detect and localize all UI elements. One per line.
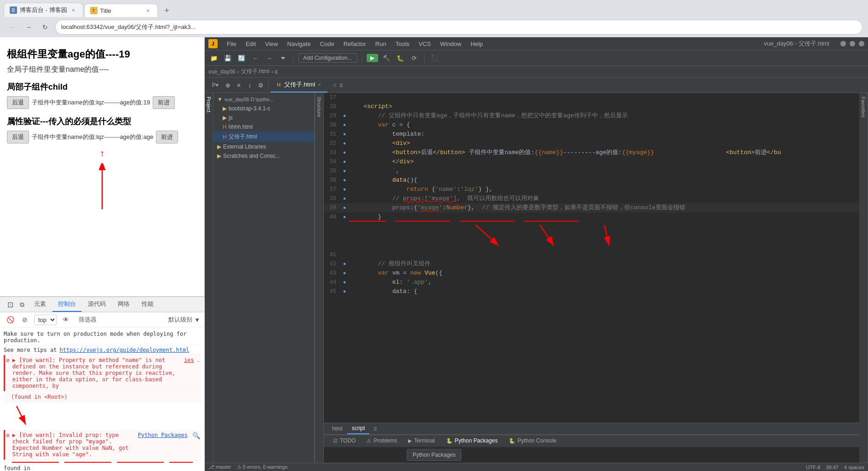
minimize-btn[interactable] xyxy=(840,41,846,46)
ide-tab-fuchuan-close[interactable]: × xyxy=(318,82,321,87)
ide-bottom-tab-python-console[interactable]: 🐍 Python Console xyxy=(503,435,562,447)
statusbar-encoding[interactable]: UTF-8 xyxy=(806,465,820,470)
reload-button[interactable]: ↻ xyxy=(39,21,52,34)
ide-debug-btn[interactable]: 🐛 xyxy=(395,52,406,63)
breadcrumb-project[interactable]: vue_day06 xyxy=(208,69,236,75)
url-bar[interactable]: localhost:63342/vue_day06/父传子.html?_ijt=… xyxy=(55,20,862,34)
devtools-filter[interactable]: 筛选器 xyxy=(79,316,97,324)
devtools-eye-btn[interactable]: 👁 xyxy=(60,314,71,325)
console-link-vuejs[interactable]: https://vuejs.org/guide/deployment.html xyxy=(60,347,190,353)
code-tab-c[interactable]: c xyxy=(369,424,381,434)
ide-menu-navigate[interactable]: Navigate xyxy=(285,40,312,48)
sidebar-scratches[interactable]: ▶ Scratches and Consc... xyxy=(213,151,314,161)
sidebar-project-root[interactable]: ▼ vue_day06 D:\pytho... xyxy=(213,95,314,104)
favorites-vertical-label[interactable]: Favorites xyxy=(859,93,868,463)
tab-close-blogpark[interactable]: × xyxy=(70,6,77,14)
ide-menu-code[interactable]: Code xyxy=(318,40,336,48)
tab-blogpark[interactable]: B 博客后台 - 博客园 × xyxy=(4,3,83,17)
tab-title[interactable]: T Title × xyxy=(84,4,158,17)
ide-menu-view[interactable]: View xyxy=(263,40,280,48)
devtools-level-select[interactable]: 默认级别 ▼ xyxy=(168,316,200,324)
breadcrumb-c[interactable]: c xyxy=(275,69,278,75)
ide-back-btn[interactable]: ← xyxy=(250,52,261,63)
child1-back-btn[interactable]: 后退 xyxy=(7,96,29,109)
child2-back-btn[interactable]: 后退 xyxy=(7,131,29,144)
maximize-btn[interactable] xyxy=(850,41,855,46)
structure-vertical-label[interactable]: Structure xyxy=(315,93,324,463)
devtools-tab-console[interactable]: 控制台 xyxy=(52,297,81,312)
devtools-tab-elements[interactable]: 元素 xyxy=(29,297,52,312)
sidebar-hhhh[interactable]: H hhhh.html xyxy=(213,122,314,132)
ide-menu-help[interactable]: Help xyxy=(469,40,485,48)
folder-icon-external: ▶ xyxy=(217,144,221,150)
ide-tab-action2[interactable]: ≡ xyxy=(233,80,244,91)
ide-menu-vcs[interactable]: VCS xyxy=(417,40,433,48)
ide-save-btn[interactable]: 💾 xyxy=(222,52,233,63)
statusbar-linecol[interactable]: 39:47 xyxy=(826,465,839,470)
ide-tab-settings[interactable]: ⚙ xyxy=(255,80,266,91)
ide-run-btn[interactable]: ▶ xyxy=(367,54,378,62)
child1-forward-btn[interactable]: 前进 xyxy=(153,96,175,109)
ide-menu-run[interactable]: Run xyxy=(374,40,388,48)
ide-tab-action1[interactable]: ⊕ xyxy=(222,80,233,91)
toolbar-divider2 xyxy=(362,53,362,63)
child2-forward-btn[interactable]: 前进 xyxy=(156,131,178,144)
ide-menu-window[interactable]: Window xyxy=(438,40,463,48)
code-tab-html[interactable]: html xyxy=(328,424,347,434)
statusbar-problems[interactable]: ⚠ 0 errors, 0 warnings xyxy=(237,464,287,470)
ide-tab-c-label: c xyxy=(340,81,343,88)
ide-project-toggle[interactable]: P▾ xyxy=(208,80,222,90)
sidebar-fuchuan[interactable]: H 父传子.html xyxy=(213,132,314,142)
line-content-41 xyxy=(349,250,859,259)
sidebar-js[interactable]: ▶ js xyxy=(213,113,314,122)
ide-open-btn[interactable]: 📁 xyxy=(208,52,219,63)
ide-tab-fuchuan[interactable]: H 父传子.html × xyxy=(270,78,328,92)
ide-menu-edit[interactable]: Edit xyxy=(244,40,258,48)
ide-stop-btn[interactable]: ⬛ xyxy=(429,52,440,63)
code-line-42: 42 ● // 根组件叫叉组件 xyxy=(324,259,859,269)
ide-menu-refactor[interactable]: Refactor xyxy=(342,40,368,48)
ide-code-editor[interactable]: 27 28 <script> 29 ● // xyxy=(324,93,859,423)
devtools-level-label: 默认级别 xyxy=(168,316,192,324)
ide-build-btn[interactable]: 🔨 xyxy=(381,52,392,63)
ide-menu-file[interactable]: File xyxy=(225,40,238,48)
project-vertical-label[interactable]: Project xyxy=(205,93,213,463)
ide-bottom-tab-terminal[interactable]: ▶ Terminal xyxy=(402,435,440,447)
devtools-device-btn[interactable]: ⧉ xyxy=(17,299,28,310)
statusbar-git[interactable]: ⎇ master xyxy=(208,464,231,470)
devtools-tab-source[interactable]: 源代码 xyxy=(82,297,111,312)
close-btn[interactable] xyxy=(859,41,864,46)
console-link-vuejs2[interactable]: Python Packages xyxy=(138,432,188,438)
sidebar-bootstrap[interactable]: ▶ bootstrap-3.4.1-c xyxy=(213,104,314,113)
ide-bottom-tab-todo[interactable]: ☑ TODO xyxy=(328,435,361,447)
ide-forward-btn[interactable]: → xyxy=(264,52,275,63)
devtools-tab-network[interactable]: 网络 xyxy=(112,297,135,312)
tab-close-title[interactable]: × xyxy=(144,7,152,14)
statusbar-indent[interactable]: 4 spaces xyxy=(844,465,864,470)
ide-recent-btn[interactable]: ⏷ xyxy=(277,52,288,63)
ide-config-btn[interactable]: Add Configuration... xyxy=(298,53,357,63)
sidebar-external[interactable]: ▶ External Libraries xyxy=(213,142,314,151)
devtools-inspect-btn[interactable]: ⊡ xyxy=(5,299,16,310)
devtools-tab-perf[interactable]: 性能 xyxy=(136,297,159,312)
ide-tab-action3[interactable]: ↕ xyxy=(244,80,255,91)
console-search-icon[interactable]: 🔍 xyxy=(192,432,200,439)
ide-bottom-tab-python-packages[interactable]: 🐍 Python Packages xyxy=(441,435,503,447)
code-tab-script[interactable]: script xyxy=(347,423,370,434)
ide-tab-c[interactable]: c c xyxy=(328,79,350,92)
ide-menu-tools[interactable]: Tools xyxy=(394,40,411,48)
devtools-clear-btn[interactable]: 🚫 xyxy=(5,314,16,325)
back-button[interactable]: ← xyxy=(6,21,18,34)
ide-bottom-tab-problems[interactable]: ⚠ Problems xyxy=(361,435,402,447)
devtools-context-select[interactable]: top xyxy=(34,315,57,325)
ide-sync-btn[interactable]: 🔄 xyxy=(236,52,247,63)
forward-button[interactable]: → xyxy=(22,21,35,34)
devtools-nosign-btn[interactable]: ⊘ xyxy=(19,314,30,325)
devtools-tab-elements-label: 元素 xyxy=(34,300,46,308)
console-line-production: Make sure to turn on production mode whe… xyxy=(4,329,201,345)
console-link-ies[interactable]: ies xyxy=(184,357,194,363)
breadcrumb-file[interactable]: 父传子.html xyxy=(241,68,270,75)
new-tab-button[interactable]: + xyxy=(161,4,173,17)
ide-coverage-btn[interactable]: ⟳ xyxy=(408,52,420,63)
console-error-dot: . xyxy=(197,357,200,363)
